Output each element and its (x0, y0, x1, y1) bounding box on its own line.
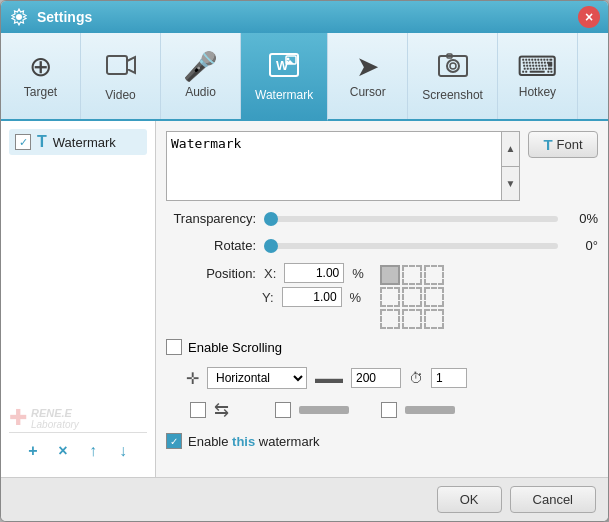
watermark-checkbox[interactable]: ✓ (15, 134, 31, 150)
title-bar: Settings × (1, 1, 608, 33)
ruler-icon: ▬▬ (315, 370, 343, 386)
transparency-slider[interactable] (264, 216, 558, 222)
ok-button[interactable]: OK (437, 486, 502, 513)
hotkey-icon: ⌨ (517, 53, 557, 81)
option2-checkbox[interactable] (275, 402, 291, 418)
transparency-row: Transparency: 0% (166, 211, 598, 226)
position-label: Position: (166, 266, 256, 281)
scroll-down-button[interactable]: ▼ (502, 167, 519, 201)
screenshot-icon (437, 51, 469, 84)
x-label: X: (264, 266, 276, 281)
svg-point-10 (450, 63, 456, 69)
enable-watermark-row: ✓ Enable this watermark (166, 433, 598, 449)
clock-icon: ⏱ (409, 370, 423, 386)
small-options-row: ⇆ (166, 399, 598, 421)
tab-watermark[interactable]: W Watermark (241, 33, 328, 121)
cancel-button[interactable]: Cancel (510, 486, 596, 513)
font-button[interactable]: T Font (528, 131, 598, 158)
enable-scrolling-checkbox[interactable] (166, 339, 182, 355)
grid-bot-left[interactable] (380, 309, 400, 329)
x-percent: % (352, 266, 364, 281)
rotate-slider[interactable] (264, 243, 558, 249)
grid-top-right[interactable] (424, 265, 444, 285)
tab-audio[interactable]: 🎤 Audio (161, 33, 241, 119)
tab-target-label: Target (24, 85, 57, 99)
sidebar-item-watermark[interactable]: ✓ T Watermark (9, 129, 147, 155)
grid-mid-left[interactable] (380, 287, 400, 307)
enable-scrolling-label: Enable Scrolling (188, 340, 282, 355)
scroll-up-button[interactable]: ▲ (502, 132, 519, 167)
watermark-icon: W (268, 51, 300, 84)
target-icon: ⊕ (29, 53, 52, 81)
main-panel: Watermark ▲ ▼ T Font Transparency: 0% (156, 121, 608, 477)
y-label: Y: (262, 290, 274, 305)
option1-checkbox[interactable] (190, 402, 206, 418)
x-input[interactable] (284, 263, 344, 283)
grid-bot-center[interactable] (402, 309, 422, 329)
grid-mid-center[interactable] (402, 287, 422, 307)
tab-hotkey-label: Hotkey (519, 85, 556, 99)
audio-icon: 🎤 (183, 53, 218, 81)
move-icon: ✛ (186, 369, 199, 388)
logo-line1: RENE.E (31, 407, 79, 419)
enable-label-part1: Enable (188, 434, 232, 449)
logo-text: RENE.E Laboratory (31, 407, 79, 430)
enable-scrolling-row: Enable Scrolling (166, 339, 598, 355)
rotate-row: Rotate: 0° (166, 238, 598, 253)
settings-icon (9, 7, 29, 27)
repeat-icon: ⇆ (214, 399, 229, 421)
up-button[interactable]: ↑ (81, 439, 105, 463)
down-button[interactable]: ↓ (111, 439, 135, 463)
tab-video[interactable]: Video (81, 33, 161, 119)
grid-mid-right[interactable] (424, 287, 444, 307)
window-title: Settings (37, 9, 570, 25)
option2-bar (299, 406, 349, 414)
position-grid (380, 265, 444, 329)
delay-input[interactable] (431, 368, 467, 388)
enable-label-part2: watermark (255, 434, 319, 449)
tab-target[interactable]: ⊕ Target (1, 33, 81, 119)
content-area: ✓ T Watermark + × ↑ ↓ Watermark ▲ ▼ (1, 121, 608, 477)
option3-bar (405, 406, 455, 414)
delete-button[interactable]: × (51, 439, 75, 463)
position-y-row: Y: % (166, 287, 364, 307)
position-x-row: Position: X: % (166, 263, 364, 283)
svg-rect-1 (107, 56, 127, 74)
logo-cross: ✚ (9, 405, 27, 431)
grid-top-left[interactable] (380, 265, 400, 285)
tab-screenshot-label: Screenshot (422, 88, 483, 102)
grid-top-center[interactable] (402, 265, 422, 285)
option3-checkbox[interactable] (381, 402, 397, 418)
logo-line2: Laboratory (31, 419, 79, 430)
transparency-thumb[interactable] (264, 212, 278, 226)
transparency-value: 0% (566, 211, 598, 226)
grid-bot-right[interactable] (424, 309, 444, 329)
rotate-thumb[interactable] (264, 239, 278, 253)
watermark-textarea[interactable]: Watermark (167, 132, 519, 200)
enable-watermark-checkbox[interactable]: ✓ (166, 433, 182, 449)
svg-point-0 (16, 14, 22, 20)
tab-screenshot[interactable]: Screenshot (408, 33, 498, 119)
position-area: Position: X: % Y: % (166, 263, 598, 329)
video-icon (105, 51, 137, 84)
direction-select[interactable]: Horizontal Vertical (207, 367, 307, 389)
speed-input[interactable] (351, 368, 401, 388)
logo: ✚ RENE.E Laboratory (9, 405, 79, 431)
position-xy-inputs: Position: X: % Y: % (166, 263, 364, 307)
watermark-text-container: Watermark ▲ ▼ (166, 131, 520, 201)
tab-cursor-label: Cursor (350, 85, 386, 99)
y-percent: % (350, 290, 362, 305)
rotate-value: 0° (566, 238, 598, 253)
rotate-label: Rotate: (166, 238, 256, 253)
y-input[interactable] (282, 287, 342, 307)
tab-cursor[interactable]: ➤ Cursor (328, 33, 408, 119)
tab-video-label: Video (105, 88, 135, 102)
font-label: Font (557, 137, 583, 152)
add-button[interactable]: + (21, 439, 45, 463)
tab-hotkey[interactable]: ⌨ Hotkey (498, 33, 578, 119)
close-button[interactable]: × (578, 6, 600, 28)
cursor-icon: ➤ (356, 53, 379, 81)
tab-audio-label: Audio (185, 85, 216, 99)
svg-point-6 (287, 57, 290, 60)
transparency-label: Transparency: (166, 211, 256, 226)
